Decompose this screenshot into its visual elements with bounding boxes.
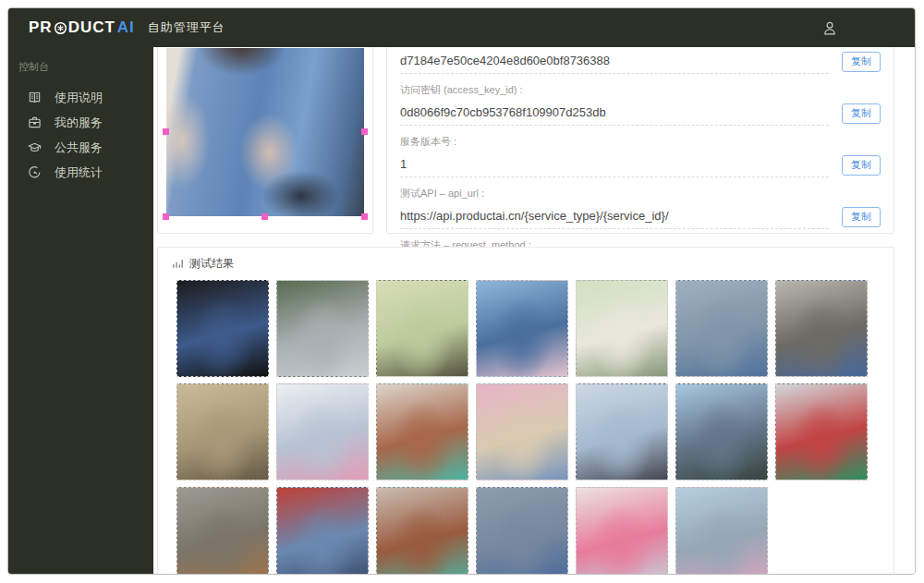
result-thumbnail-7[interactable] (775, 280, 868, 377)
api-value-line: d7184e7e50ce4204e8d60e0bf8736388复制 (400, 52, 881, 74)
crop-handle-bottom-left[interactable] (163, 213, 169, 220)
copy-button[interactable]: 复制 (842, 52, 881, 72)
result-thumbnail-12[interactable] (576, 383, 668, 480)
gear-o-icon (54, 21, 67, 35)
crop-handle-bottom-right[interactable] (361, 213, 368, 220)
app-window: PR DUCT AI 自助管理平台 控制台 使用说明我的服务公共服务使用统计 (7, 7, 916, 575)
result-thumbnail-3[interactable] (376, 280, 468, 377)
sidebar-section-label: 控制台 (8, 47, 153, 85)
result-thumbnail-15[interactable] (176, 487, 269, 574)
result-thumbnail-17[interactable] (376, 487, 468, 574)
api-field-value: https://api.productai.cn/{service_type}/… (400, 209, 669, 223)
copy-button[interactable]: 复制 (842, 207, 881, 227)
sidebar-item-label: 使用统计 (55, 164, 103, 181)
api-row: 测试API – api_url :https://api.productai.c… (400, 187, 881, 229)
query-image[interactable] (166, 48, 364, 216)
api-field-value: 0d8066f9c70cb953768f109907d253db (400, 105, 606, 119)
copy-button[interactable]: 复制 (842, 155, 881, 176)
sidebar-item-label: 我的服务 (55, 115, 103, 131)
api-value-line: 0d8066f9c70cb953768f109907d253db复制 (400, 103, 881, 126)
results-title-row: 测试结果 (158, 248, 894, 279)
api-field-value: 1 (400, 157, 407, 171)
result-thumbnail-11[interactable] (476, 383, 568, 480)
api-value-underline: 0d8066f9c70cb953768f109907d253db (400, 103, 829, 126)
main-content: d7184e7e50ce4204e8d60e0bf8736388复制访问密钥 (… (153, 47, 915, 574)
api-value-underline: https://api.productai.cn/{service_type}/… (400, 207, 829, 229)
result-thumbnail-16[interactable] (276, 487, 369, 574)
api-row: 服务版本号 :1复制 (400, 135, 881, 177)
result-thumbnail-4[interactable] (476, 280, 568, 377)
briefcase-icon (28, 115, 42, 129)
user-icon[interactable] (822, 20, 837, 36)
sidebar-nav: 使用说明我的服务公共服务使用统计 (8, 85, 153, 185)
sidebar-item-3[interactable]: 使用统计 (8, 160, 153, 185)
api-row: d7184e7e50ce4204e8d60e0bf8736388复制 (400, 52, 881, 74)
result-thumbnail-8[interactable] (176, 383, 269, 480)
api-value-line: https://api.productai.cn/{service_type}/… (400, 207, 881, 229)
result-thumbnail-13[interactable] (675, 383, 768, 480)
api-value-underline: d7184e7e50ce4204e8d60e0bf8736388 (400, 52, 829, 74)
query-image-card (157, 47, 373, 234)
api-info-card: d7184e7e50ce4204e8d60e0bf8736388复制访问密钥 (… (386, 47, 894, 234)
test-results-card: 测试结果 (157, 247, 894, 574)
result-thumbnail-14[interactable] (775, 383, 868, 480)
header-subtitle: 自助管理平台 (148, 19, 225, 36)
result-thumbnail-10[interactable] (376, 383, 468, 480)
api-field-value: d7184e7e50ce4204e8d60e0bf8736388 (400, 54, 610, 67)
result-thumbnail-2[interactable] (276, 280, 369, 377)
result-thumbnail-6[interactable] (675, 280, 768, 377)
results-grid (158, 279, 894, 574)
logo: PR DUCT AI (29, 18, 135, 37)
book-icon (28, 91, 42, 104)
api-value-line: 1复制 (400, 155, 881, 177)
result-thumbnail-1[interactable] (176, 280, 269, 377)
sidebar-item-2[interactable]: 公共服务 (8, 135, 153, 160)
result-thumbnail-9[interactable] (276, 383, 369, 480)
result-thumbnail-19[interactable] (576, 487, 668, 574)
crop-handle-bottom-center[interactable] (261, 213, 268, 220)
app-header: PR DUCT AI 自助管理平台 (8, 8, 915, 47)
gauge-icon (28, 165, 42, 179)
api-value-underline: 1 (400, 155, 829, 177)
logo-ai-text: AI (117, 18, 135, 37)
graduation-cap-icon (28, 140, 42, 154)
bar-chart-icon (172, 258, 184, 270)
crop-handle-right[interactable] (361, 128, 368, 135)
results-title: 测试结果 (189, 256, 234, 272)
result-thumbnail-18[interactable] (476, 487, 568, 574)
logo-text: PR (29, 18, 53, 37)
api-row: 访问密钥 (access_key_id) :0d8066f9c70cb95376… (400, 83, 881, 126)
api-field-label: 测试API – api_url : (400, 187, 881, 200)
sidebar-item-0[interactable]: 使用说明 (8, 85, 153, 110)
copy-button[interactable]: 复制 (842, 103, 881, 124)
sidebar-item-label: 公共服务 (55, 140, 103, 156)
logo-text: DUCT (68, 18, 116, 37)
result-thumbnail-20[interactable] (675, 487, 768, 574)
api-field-label: 访问密钥 (access_key_id) : (400, 83, 881, 97)
api-field-label: 服务版本号 : (400, 135, 881, 149)
result-thumbnail-5[interactable] (576, 280, 668, 377)
sidebar: 控制台 使用说明我的服务公共服务使用统计 (8, 47, 153, 574)
sidebar-item-1[interactable]: 我的服务 (8, 110, 153, 135)
crop-handle-left[interactable] (163, 128, 169, 135)
sidebar-item-label: 使用说明 (55, 90, 103, 106)
